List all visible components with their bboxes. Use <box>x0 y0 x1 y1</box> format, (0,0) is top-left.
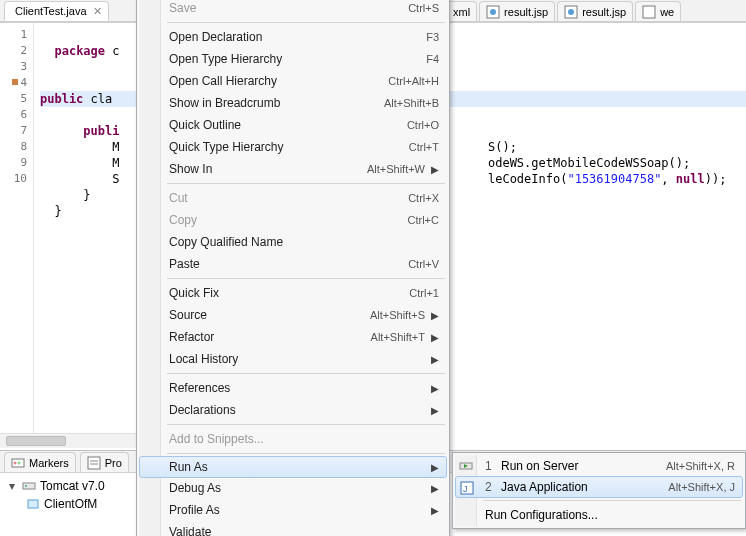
editor-tab-clienttest[interactable]: J ClientTest.java ✕ <box>4 1 109 21</box>
menu-item-add-to-snippets[interactable]: Add to Snippets... <box>139 428 447 450</box>
menu-item-open-declaration[interactable]: Open DeclarationF3 <box>139 26 447 48</box>
svg-rect-15 <box>28 500 38 508</box>
close-icon[interactable]: ✕ <box>93 5 102 18</box>
server-icon <box>22 479 36 493</box>
menu-separator <box>167 22 445 23</box>
menu-item-quick-type-hierarchy[interactable]: Quick Type HierarchyCtrl+T <box>139 136 447 158</box>
menu-separator <box>167 183 445 184</box>
menu-item-quick-outline[interactable]: Quick OutlineCtrl+O <box>139 114 447 136</box>
submenu-item-run-configurations[interactable]: Run Configurations... <box>455 504 743 526</box>
submenu-arrow-icon: ▶ <box>431 483 439 494</box>
horizontal-scrollbar[interactable] <box>0 433 136 448</box>
menu-item-paste[interactable]: PasteCtrl+V <box>139 253 447 275</box>
svg-rect-6 <box>643 6 655 18</box>
menu-item-references[interactable]: References▶ <box>139 377 447 399</box>
menu-item-profile-as[interactable]: Profile As▶ <box>139 499 447 521</box>
submenu-arrow-icon: ▶ <box>431 164 439 175</box>
submenu-item-run-on-server[interactable]: 1 Run on Server Alt+Shift+X, R <box>455 455 743 477</box>
menu-item-run-as[interactable]: Run As▶ <box>139 456 447 478</box>
menu-item-refactor[interactable]: RefactorAlt+Shift+T▶ <box>139 326 447 348</box>
tab-result-jsp-2[interactable]: result.jsp <box>557 1 633 21</box>
menu-item-save[interactable]: Save Ctrl+S <box>139 0 447 19</box>
submenu-arrow-icon: ▶ <box>431 505 439 516</box>
tab-label: result.jsp <box>504 6 548 18</box>
svg-point-14 <box>25 485 27 487</box>
tab-xml[interactable]: xml <box>446 1 477 21</box>
submenu-arrow-icon: ▶ <box>431 332 439 343</box>
menu-item-show-in[interactable]: Show InAlt+Shift+W▶ <box>139 158 447 180</box>
menu-item-debug-as[interactable]: Debug As▶ <box>139 477 447 499</box>
editor-tab-bar-right: xml result.jsp result.jsp we <box>446 0 746 22</box>
properties-icon <box>87 456 101 470</box>
menu-item-show-in-breadcrumb[interactable]: Show in BreadcrumbAlt+Shift+B <box>139 92 447 114</box>
jsp-file-icon <box>486 5 500 19</box>
tree-module-label: ClientOfM <box>44 497 97 511</box>
svg-rect-13 <box>23 483 35 489</box>
module-icon <box>26 497 40 511</box>
view-tab-label: Pro <box>105 457 122 469</box>
tab-result-jsp-1[interactable]: result.jsp <box>479 1 555 21</box>
editor-context-menu: Save Ctrl+S Open DeclarationF3 Open Type… <box>136 0 450 536</box>
submenu-arrow-icon: ▶ <box>431 405 439 416</box>
run-on-server-icon <box>459 459 473 473</box>
menu-item-local-history[interactable]: Local History▶ <box>139 348 447 370</box>
editor-gutter: 1 2 3 4 5 6 7 8 9 10 <box>0 22 34 448</box>
run-as-submenu: 1 Run on Server Alt+Shift+X, R J 2 Java … <box>452 452 746 529</box>
collapse-icon[interactable]: ▾ <box>6 479 18 493</box>
file-icon <box>642 5 656 19</box>
java-application-icon: J <box>460 481 474 495</box>
view-tab-markers[interactable]: Markers <box>4 452 76 472</box>
menu-item-source[interactable]: SourceAlt+Shift+S▶ <box>139 304 447 326</box>
menu-item-copy-qualified-name[interactable]: Copy Qualified Name <box>139 231 447 253</box>
tab-label: we <box>660 6 674 18</box>
menu-item-open-call-hierarchy[interactable]: Open Call HierarchyCtrl+Alt+H <box>139 70 447 92</box>
tab-label: xml <box>453 6 470 18</box>
menu-separator <box>167 424 445 425</box>
submenu-arrow-icon: ▶ <box>431 354 439 365</box>
menu-separator <box>167 453 445 454</box>
menu-separator <box>167 278 445 279</box>
menu-item-copy[interactable]: CopyCtrl+C <box>139 209 447 231</box>
tab-we[interactable]: we <box>635 1 681 21</box>
submenu-item-java-application[interactable]: J 2 Java Application Alt+Shift+X, J <box>455 476 743 498</box>
menu-item-declarations[interactable]: Declarations▶ <box>139 399 447 421</box>
editor-tab-label: ClientTest.java <box>15 5 87 17</box>
tree-server-label: Tomcat v7.0 <box>40 479 105 493</box>
menu-separator <box>167 373 445 374</box>
svg-text:J: J <box>463 484 468 494</box>
menu-item-validate[interactable]: Validate <box>139 521 447 536</box>
jsp-file-icon <box>564 5 578 19</box>
submenu-arrow-icon: ▶ <box>431 462 439 473</box>
submenu-arrow-icon: ▶ <box>431 310 439 321</box>
markers-icon <box>11 456 25 470</box>
tab-label: result.jsp <box>582 6 626 18</box>
view-tab-pro[interactable]: Pro <box>80 452 129 472</box>
view-tab-label: Markers <box>29 457 69 469</box>
menu-item-quick-fix[interactable]: Quick FixCtrl+1 <box>139 282 447 304</box>
menu-item-open-type-hierarchy[interactable]: Open Type HierarchyF4 <box>139 48 447 70</box>
submenu-arrow-icon: ▶ <box>431 383 439 394</box>
svg-rect-10 <box>88 457 100 469</box>
menu-separator <box>483 500 741 501</box>
svg-point-8 <box>14 461 17 464</box>
svg-point-3 <box>490 9 496 15</box>
svg-point-5 <box>568 9 574 15</box>
menu-item-cut[interactable]: CutCtrl+X <box>139 187 447 209</box>
svg-point-9 <box>18 461 21 464</box>
